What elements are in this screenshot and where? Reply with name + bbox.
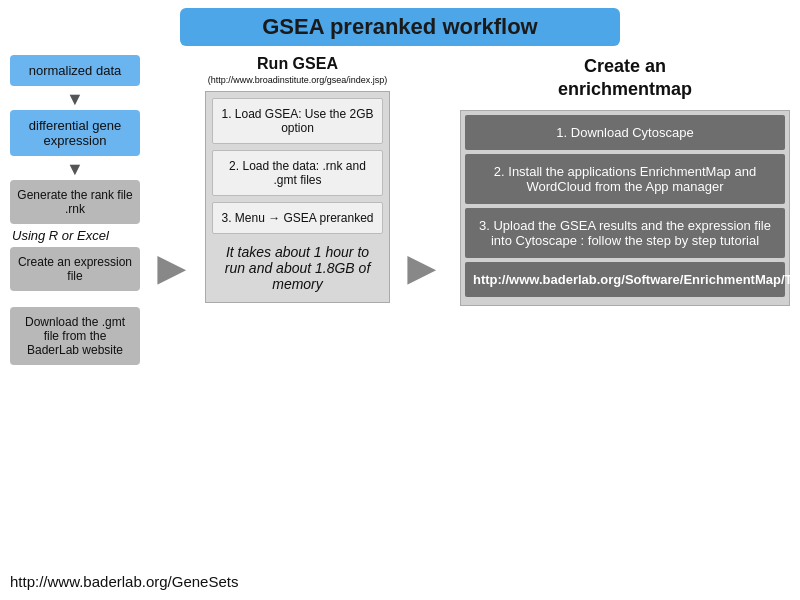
middle-step1: 1. Load GSEA: Use the 2GB option — [212, 98, 383, 144]
middle-inner: 1. Load GSEA: Use the 2GB option 2. Load… — [205, 91, 390, 303]
right-inner: 1. Download Cytoscape 2. Install the app… — [460, 110, 790, 306]
normalized-data-box: normalized data — [10, 55, 140, 86]
left-column: normalized data ▼ differential gene expr… — [10, 55, 140, 365]
arrow-middle-to-right: ► — [398, 240, 446, 295]
enrichmentmap-title: Create an enrichmentmap — [460, 55, 790, 102]
differential-gene-box: differential gene expression — [10, 110, 140, 156]
arrow-left-to-middle: ► — [148, 240, 196, 295]
right-step3: 3. Upload the GSEA results and the expre… — [465, 208, 785, 258]
page-title: GSEA preranked workflow — [180, 8, 620, 46]
create-expression-box: Create an expression file — [10, 247, 140, 291]
enrichmentmap-link: http://www.baderlab.org/Software/Enrichm… — [473, 272, 800, 287]
run-gsea-url: (http://www.broadinstitute.org/gsea/inde… — [205, 75, 390, 85]
middle-step2: 2. Load the data: .rnk and .gmt files — [212, 150, 383, 196]
arrow-down-1: ▼ — [10, 90, 140, 108]
right-step2: 2. Install the applications EnrichmentMa… — [465, 154, 785, 204]
middle-step3: 3. Menu → GSEA preranked — [212, 202, 383, 234]
right-column: Create an enrichmentmap 1. Download Cyto… — [460, 55, 790, 306]
using-label: Using R or Excel — [10, 228, 140, 243]
middle-column: Run GSEA (http://www.broadinstitute.org/… — [205, 55, 390, 303]
arrow-down-2: ▼ — [10, 160, 140, 178]
right-link-box: http://www.baderlab.org/Software/Enrichm… — [465, 262, 785, 297]
download-gmt-box: Download the .gmt file from the BaderLab… — [10, 307, 140, 365]
generate-rank-box: Generate the rank file .rnk — [10, 180, 140, 224]
right-step1: 1. Download Cytoscape — [465, 115, 785, 150]
time-note: It takes about 1 hour to run and about 1… — [212, 240, 383, 296]
run-gsea-title: Run GSEA — [205, 55, 390, 73]
bottom-link: http://www.baderlab.org/GeneSets — [10, 573, 238, 590]
